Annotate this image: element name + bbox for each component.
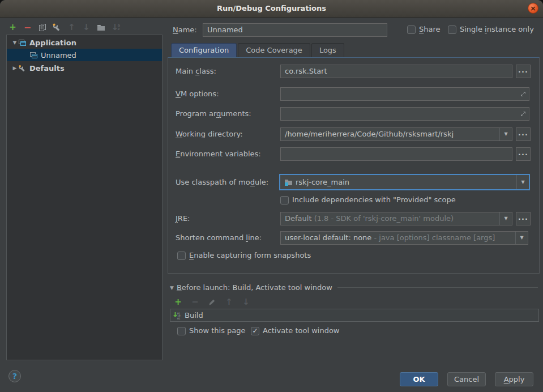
capture-snapshots-label: Enable capturing form snapshots	[189, 251, 311, 260]
tree-item-label: Unnamed	[41, 51, 76, 59]
wrench-icon	[18, 65, 27, 72]
plus-icon: +	[9, 22, 16, 32]
checkmark-icon: ✓	[252, 327, 258, 335]
tree-toolbar: + − ↑ ↓ ↓az	[8, 22, 121, 33]
vm-options-input[interactable]	[280, 87, 529, 101]
jre-browse-button[interactable]: ...	[516, 212, 531, 225]
before-launch-toolbar: + − ↑ ↓	[173, 297, 251, 307]
environment-variables-browse-button[interactable]: ...	[516, 147, 531, 161]
application-icon	[29, 52, 38, 59]
show-this-page-label: Show this page	[189, 326, 246, 335]
show-this-page-checkbox[interactable]	[177, 327, 186, 335]
edit-task-button[interactable]	[207, 297, 217, 307]
title-bar: Run/Debug Configurations ×	[0, 0, 543, 18]
activate-tool-window-checkbox[interactable]: ✓	[251, 327, 259, 335]
expand-field-icon[interactable]	[520, 91, 527, 97]
name-label: Name:	[173, 25, 197, 35]
question-icon: ?	[12, 372, 17, 381]
tree-item-defaults[interactable]: ▶ Defaults	[7, 62, 162, 74]
before-launch-task-list: 01 10 01 Build	[170, 309, 539, 322]
tree-item-label: Application	[29, 39, 76, 47]
main-class-browse-button[interactable]: ...	[516, 65, 531, 78]
tab-logs[interactable]: Logs	[311, 43, 344, 57]
arrow-down-icon: ↓	[242, 297, 250, 307]
add-configuration-button[interactable]: +	[8, 22, 18, 32]
ellipsis-icon: ...	[518, 129, 528, 137]
cancel-button[interactable]: Cancel	[447, 372, 486, 386]
working-directory-combobox[interactable]: /home/meriherrera/Code/Github/rsksmart/r…	[280, 127, 512, 141]
section-separator	[337, 287, 538, 288]
help-button[interactable]: ?	[8, 370, 21, 382]
arrow-down-icon: ↓	[83, 22, 90, 32]
plus-icon: +	[174, 297, 182, 307]
tree-collapsed-icon[interactable]: ▶	[11, 65, 18, 71]
copy-configuration-button[interactable]	[37, 22, 47, 32]
capture-snapshots-checkbox[interactable]	[177, 252, 186, 260]
tree-expanded-icon[interactable]: ▼	[11, 40, 18, 45]
working-directory-label: Working directory:	[176, 129, 243, 139]
task-row-build[interactable]: 01 10 01 Build	[173, 311, 203, 319]
sort-az-icon: ↓az	[112, 22, 120, 32]
edit-templates-button[interactable]	[52, 22, 62, 32]
jre-combobox[interactable]: Default (1.8 - SDK of 'rskj-core_main' m…	[280, 212, 512, 225]
folder-icon	[97, 24, 105, 31]
include-provided-scope-checkbox[interactable]	[280, 196, 289, 204]
module-combobox[interactable]: rskj-core_main ▼	[280, 174, 529, 190]
add-task-button[interactable]: +	[173, 297, 183, 307]
ellipsis-icon: ...	[518, 148, 528, 157]
arrow-up-icon: ↑	[68, 22, 75, 32]
close-icon: ×	[530, 4, 536, 12]
move-down-button[interactable]: ↓	[82, 22, 91, 32]
name-input[interactable]: Unnamed	[203, 23, 387, 37]
program-arguments-label: Program arguments:	[176, 109, 251, 119]
arrow-up-icon: ↑	[225, 297, 233, 307]
main-class-label: Main class:	[176, 66, 216, 76]
program-arguments-input[interactable]	[280, 107, 529, 121]
application-icon	[18, 39, 27, 46]
before-launch-title: Before launch: Build, Activate tool wind…	[177, 283, 332, 292]
wrench-icon	[53, 23, 61, 32]
chevron-down-icon[interactable]: ▼	[515, 232, 528, 244]
copy-icon	[39, 23, 46, 32]
task-label: Build	[185, 311, 203, 319]
section-collapse-icon[interactable]: ▼	[170, 285, 174, 291]
environment-variables-input[interactable]	[280, 147, 512, 161]
tree-item-unnamed[interactable]: Unnamed	[7, 49, 162, 61]
move-up-button[interactable]: ↑	[67, 22, 76, 32]
expand-field-icon[interactable]	[520, 110, 527, 117]
minus-icon: −	[191, 297, 199, 307]
pencil-icon	[208, 299, 216, 306]
chevron-down-icon[interactable]: ▼	[499, 212, 512, 225]
working-directory-browse-button[interactable]: ...	[516, 127, 531, 141]
remove-configuration-button[interactable]: −	[23, 22, 32, 32]
before-launch-section-header[interactable]: ▼ Before launch: Build, Activate tool wi…	[170, 283, 538, 292]
apply-button[interactable]: Apply	[495, 372, 533, 386]
tab-bar: Configuration Code Coverage Logs	[171, 44, 344, 57]
chevron-down-icon[interactable]: ▼	[499, 128, 512, 140]
dialog-title: Run/Debug Configurations	[0, 0, 543, 17]
remove-task-button[interactable]: −	[190, 297, 200, 307]
single-instance-label: Single instance only	[460, 25, 534, 34]
ok-button[interactable]: OK	[400, 372, 438, 386]
chevron-down-icon[interactable]: ▼	[516, 175, 529, 189]
move-task-up-button[interactable]: ↑	[224, 297, 234, 307]
single-instance-checkbox[interactable]	[448, 25, 456, 34]
create-folder-button[interactable]	[96, 22, 106, 32]
environment-variables-label: Environment variables:	[176, 149, 261, 159]
share-checkbox[interactable]	[407, 25, 416, 34]
run-debug-configurations-dialog: Run/Debug Configurations × + − ↑ ↓	[0, 0, 543, 392]
ellipsis-icon: ...	[518, 66, 528, 74]
sort-configurations-button[interactable]: ↓az	[111, 22, 121, 32]
shorten-command-line-combobox[interactable]: user-local default: none - java [options…	[280, 231, 528, 245]
minus-icon: −	[24, 22, 31, 33]
main-class-input[interactable]: co.rsk.Start	[280, 65, 512, 78]
build-icon: 01 10 01	[173, 312, 181, 319]
close-button[interactable]: ×	[528, 3, 538, 14]
tree-item-application[interactable]: ▼ Application	[7, 36, 162, 49]
tab-configuration[interactable]: Configuration	[171, 43, 237, 57]
jre-label: JRE:	[176, 214, 190, 224]
tree-item-label: Defaults	[29, 64, 65, 73]
tab-code-coverage[interactable]: Code Coverage	[238, 43, 310, 57]
shorten-command-line-label: Shorten command line:	[176, 233, 262, 243]
move-task-down-button[interactable]: ↓	[241, 297, 251, 307]
